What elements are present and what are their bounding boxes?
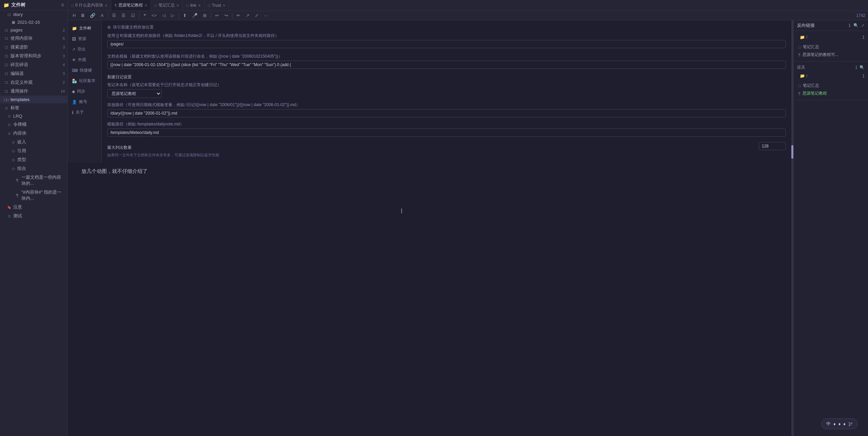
sidebar-item-date[interactable]: ▦ 2021-02-16 <box>0 18 68 26</box>
sidebar-item-embed[interactable]: 嵌入 <box>0 138 68 146</box>
sidebar-item-ramble[interactable]: 碎言碎语 4 <box>0 60 68 69</box>
fullscreen-btn[interactable]: ⤢ <box>253 12 261 19</box>
sidebar-item-editor[interactable]: 编辑器 3 <box>0 69 68 78</box>
tab-close[interactable]: × <box>105 3 108 8</box>
bold-btn[interactable]: B <box>79 12 86 19</box>
sidebar-item-lrq[interactable]: LRQ <box>0 112 68 120</box>
scrollbar-thumb[interactable] <box>791 145 793 159</box>
undo-btn[interactable]: ↩ <box>213 12 221 19</box>
right-panel-section2: 提及 1 🔍 📁 / 1 □ 笔记汇总 <box>794 62 868 100</box>
tab-close[interactable]: × <box>176 3 179 8</box>
sidebar-item-doc2[interactable]: "#内容块#" 指的是一块内... <box>0 188 68 203</box>
ime-bar[interactable]: 中 ♦ ♦ ♦ 🕊 <box>821 418 858 429</box>
toolbar-sep <box>108 13 108 19</box>
sidebar-item-custom-appearance[interactable]: 自定义外观 2 <box>0 78 68 87</box>
right-item-tutorial-mention[interactable]: ¶ 思源笔记教程 <box>797 90 865 97</box>
settings-content: ⚙ 块引新建文档存放位置 使用 [[ 时新建文档的存放路径（例如 /folder… <box>102 20 791 163</box>
sidebar-item-token-bucket[interactable]: 令牌桶 <box>0 120 68 129</box>
tag-icon <box>7 122 12 127</box>
sidebar-item-group[interactable]: 组合 <box>0 164 68 173</box>
folder-icon <box>4 80 9 85</box>
settings-nav-market[interactable]: 🏪 社区集市 <box>68 76 101 86</box>
ordered-list-btn[interactable]: ☰ <box>119 12 128 19</box>
sidebar-item-tags[interactable]: 标签 <box>0 103 68 112</box>
sidebar-item-cite[interactable]: 引用 <box>0 146 68 155</box>
max-list-input[interactable] <box>759 142 786 150</box>
table-btn[interactable]: ⊞ <box>201 12 209 19</box>
doc-template-label: 文档名模板（新建文档时默认使用该模板片段进行命名，例如 {{now | date… <box>107 54 786 59</box>
settings-nav-filetree[interactable]: 📁 文件树 <box>68 23 101 34</box>
settings-nav-assets[interactable]: 🖼 资源 <box>68 34 101 44</box>
diary-save-path-row: 存放路径（可使用日期格式模板变量，例如 /日记/{{now | date "20… <box>107 102 786 117</box>
settings-nav-account[interactable]: 👤 账号 <box>68 97 101 107</box>
settings-nav-about[interactable]: ℹ 关于 <box>68 107 101 118</box>
link-btn[interactable]: 🔗 <box>88 12 97 19</box>
diary-template-path-input[interactable] <box>107 128 786 137</box>
tab-note-summary[interactable]: □ 笔记汇总 × <box>151 0 183 11</box>
unordered-list-btn[interactable]: ☰ <box>110 12 118 19</box>
block-location-input[interactable] <box>107 40 786 48</box>
bookmark-icon <box>7 205 12 210</box>
more-btn[interactable]: ··· <box>262 12 270 19</box>
toolbar-sep5 <box>232 13 232 19</box>
redo-btn[interactable]: ↪ <box>222 12 230 19</box>
doc-template-input[interactable] <box>107 61 786 69</box>
tab-close[interactable]: × <box>198 3 201 8</box>
font-btn[interactable]: A <box>99 12 106 19</box>
sidebar-item-content-block[interactable]: 内容块 <box>0 129 68 138</box>
checkbox-btn[interactable]: ☑ <box>129 12 137 19</box>
tab-siyuan-tutorial[interactable]: ¶ 思源笔记教程 × <box>111 0 151 11</box>
sidebar-item-search-advanced[interactable]: 搜索进阶 3 <box>0 43 68 52</box>
search-icon[interactable]: 🔍 <box>853 23 858 28</box>
folder-icon <box>4 62 9 67</box>
editor-panel: 📁 文件树 🖼 资源 ↗ 导出 👁 外观 <box>68 20 791 436</box>
right-panel-controls: 1 🔍 ⤢ <box>848 23 865 28</box>
sidebar-item-use-content[interactable]: 使用内容块 6 <box>0 34 68 43</box>
heading-btn[interactable]: H <box>71 12 78 19</box>
edit-btn[interactable]: ✏ <box>234 12 242 19</box>
sidebar-item-version-sync[interactable]: 版本管理和同步 3 <box>0 52 68 60</box>
sidebar-item-common-ops[interactable]: 通用操作 14 <box>0 87 68 96</box>
tab-close[interactable]: × <box>145 3 147 8</box>
settings-nav-shortcuts[interactable]: ⌨ 快捷键 <box>68 65 101 76</box>
open-btn[interactable]: ↗ <box>244 12 251 19</box>
doc-template-section: 文档名模板（新建文档时默认使用该模板片段进行命名，例如 {{now | date… <box>107 54 786 69</box>
folder-icon: 📁 <box>800 35 805 40</box>
right-item-tutorial-preview[interactable]: ¶ 思源笔记的教程可... <box>797 51 865 59</box>
mic-btn[interactable]: 🎤 <box>190 12 200 19</box>
sidebar-item-doc1[interactable]: 一篇文档是一些内容块的... <box>0 173 68 188</box>
quote-btn[interactable]: ❝ <box>141 12 148 19</box>
sidebar-item-templates[interactable]: □ templates <box>0 96 68 103</box>
code-btn[interactable]: <> <box>149 12 158 19</box>
indent-left-btn[interactable]: ◁ <box>160 12 168 19</box>
sidebar-item-notes[interactable]: 注意 <box>0 203 68 212</box>
section1-path: 📁 / <box>797 34 810 41</box>
diamond-nav-icon: ◆ <box>72 89 75 94</box>
tab-close[interactable]: × <box>223 3 225 8</box>
tab-what-is-content[interactable]: □ 0 什么是内容块 × <box>68 0 111 11</box>
scrollbar[interactable] <box>791 20 793 436</box>
block-location-section: ⚙ 块引新建文档存放位置 使用 [[ 时新建文档的存放路径（例如 /folder… <box>107 24 786 48</box>
upload-btn[interactable]: ⬆ <box>181 12 189 19</box>
expand-icon[interactable]: ⤢ <box>861 23 865 28</box>
tab-link[interactable]: □ link × <box>183 0 205 11</box>
sidebar-item-diary[interactable]: diary <box>0 11 68 18</box>
settings-nav-appearance[interactable]: 👁 外观 <box>68 55 101 65</box>
mention-search-icon[interactable]: 🔍 <box>860 65 865 70</box>
diary-save-path-input[interactable] <box>107 109 786 117</box>
tab-trust[interactable]: □ Trust × <box>205 0 229 11</box>
sidebar-item-pages[interactable]: pages 2 <box>0 26 68 34</box>
right-item-note-summary2[interactable]: □ 笔记汇总 <box>797 82 865 90</box>
sidebar-item-type[interactable]: 类型 <box>0 155 68 164</box>
sidebar-toggle[interactable]: ≡ <box>61 2 64 8</box>
sidebar-item-test[interactable]: 测试 <box>0 212 68 220</box>
settings-nav-sync[interactable]: ◆ 同步 <box>68 86 101 97</box>
right-item-note-summary1[interactable]: □ 笔记汇总 <box>797 43 865 51</box>
max-list-row: 最大列出数量 如果同一文件夹下文档和文件夹非常多，可通过该项限制以提升性能 <box>107 142 786 158</box>
tag-icon <box>11 166 16 171</box>
settings-nav-export[interactable]: ↗ 导出 <box>68 44 101 55</box>
tag-icon <box>11 140 16 144</box>
diary-notebook-select[interactable]: 思源笔记教程 <box>107 89 162 98</box>
max-list-section: 最大列出数量 如果同一文件夹下文档和文件夹非常多，可通过该项限制以提升性能 <box>107 142 786 158</box>
indent-right-btn[interactable]: ▷ <box>169 12 176 19</box>
